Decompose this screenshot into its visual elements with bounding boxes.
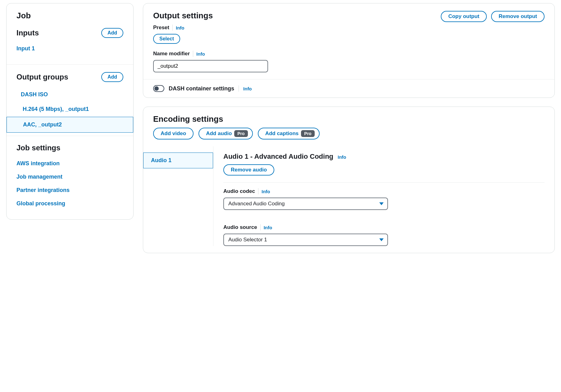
toggle-knob [154,86,159,91]
name-modifier-input[interactable] [153,60,268,72]
job-panel: Job Inputs Add Input 1 Output groups Add… [6,3,134,220]
audio-source-select[interactable]: Audio Selector 1 [223,234,388,246]
divider [239,85,239,92]
output-settings-title: Output settings [153,11,213,21]
job-settings-item-partner[interactable]: Partner integrations [16,185,123,195]
output-child-item-selected[interactable]: AAC, _output2 [7,117,133,133]
audio-codec-select[interactable]: Advanced Audio Coding [223,198,388,210]
preset-label: Preset [153,25,169,31]
add-captions-button[interactable]: Add captions Pro [258,128,320,139]
audio-source-info-link[interactable]: Info [264,225,272,230]
divider [260,224,261,230]
add-captions-label: Add captions [265,130,299,137]
output-child-item[interactable]: H.264 (5 Mbps), _output1 [16,102,123,117]
inputs-title: Inputs [16,29,39,37]
job-settings-item-management[interactable]: Job management [16,172,123,182]
remove-audio-button[interactable]: Remove audio [223,164,274,175]
audio-info-link[interactable]: Info [338,154,346,160]
add-output-group-button[interactable]: Add [101,72,123,82]
job-settings-item-global[interactable]: Global processing [16,198,123,209]
output-settings-panel: Output settings Copy output Remove outpu… [143,3,555,98]
encoding-side-tabs: Audio 1 [143,146,213,246]
pro-badge: Pro [301,130,314,137]
add-input-button[interactable]: Add [101,28,123,38]
audio-codec-info-link[interactable]: Info [262,189,270,194]
encoding-settings-title: Encoding settings [153,114,223,124]
copy-output-button[interactable]: Copy output [441,11,487,22]
divider [172,25,173,31]
preset-select-button[interactable]: Select [153,34,180,44]
divider [193,51,193,57]
encoding-settings-panel: Encoding settings Add video Add audio Pr… [143,107,555,253]
dash-container-info-link[interactable]: Info [243,86,252,91]
side-tab-audio1[interactable]: Audio 1 [143,153,213,168]
caret-down-icon [379,203,384,205]
job-title: Job [16,11,123,21]
add-video-button[interactable]: Add video [153,128,194,139]
input-item[interactable]: Input 1 [16,43,123,54]
name-modifier-label: Name modifier [153,51,190,57]
caret-down-icon [379,239,384,241]
divider [258,188,258,194]
job-settings-title: Job settings [16,144,123,152]
pro-badge: Pro [234,130,248,137]
audio-codec-label: Audio codec [223,188,255,194]
add-audio-label: Add audio [206,130,232,137]
output-groups-title: Output groups [16,73,68,81]
job-settings-item-aws[interactable]: AWS integration [16,158,123,169]
add-audio-button[interactable]: Add audio Pro [198,128,253,139]
dash-container-toggle[interactable] [153,85,164,92]
dash-container-label: DASH container settings [169,85,234,92]
audio-title: Audio 1 - Advanced Audio Coding [223,153,333,161]
remove-output-button[interactable]: Remove output [491,11,545,22]
audio-source-label: Audio source [223,224,257,230]
output-group-item[interactable]: DASH ISO [16,88,123,102]
name-modifier-info-link[interactable]: Info [196,51,205,57]
preset-info-link[interactable]: Info [176,25,185,30]
